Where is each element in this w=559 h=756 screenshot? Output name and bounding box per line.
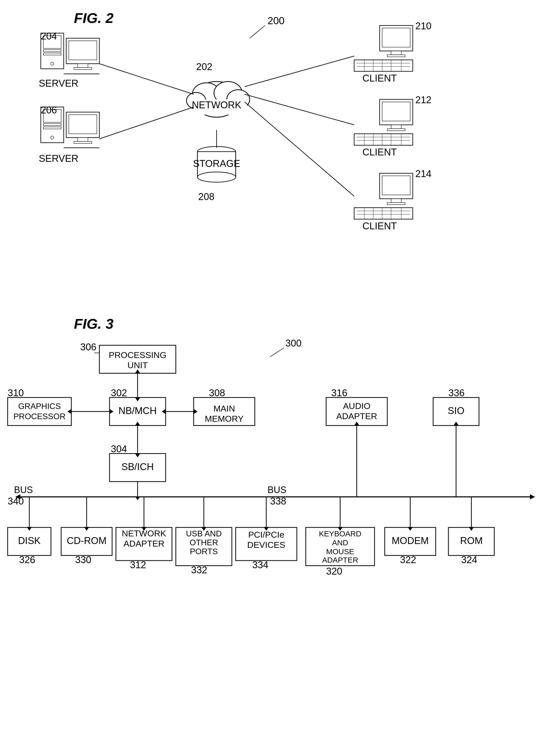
- svg-text:NB/MCH: NB/MCH: [118, 405, 157, 416]
- svg-text:PCI/PCIe: PCI/PCIe: [248, 530, 284, 539]
- svg-text:330: 330: [75, 554, 91, 565]
- svg-text:332: 332: [191, 565, 207, 575]
- svg-rect-76: [382, 176, 410, 195]
- svg-rect-47: [391, 51, 401, 55]
- svg-text:BUS: BUS: [14, 485, 33, 495]
- svg-text:214: 214: [415, 169, 431, 179]
- svg-text:CLIENT: CLIENT: [362, 147, 397, 157]
- svg-text:CLIENT: CLIENT: [362, 73, 397, 84]
- svg-text:AND: AND: [332, 538, 348, 547]
- svg-text:MEMORY: MEMORY: [205, 414, 244, 423]
- svg-text:316: 316: [331, 387, 347, 398]
- svg-rect-63: [387, 129, 405, 131]
- svg-text:NETWORK: NETWORK: [192, 99, 241, 110]
- svg-text:302: 302: [111, 387, 127, 398]
- svg-text:312: 312: [130, 559, 146, 570]
- svg-text:FIG. 2: FIG. 2: [74, 10, 114, 26]
- svg-text:304: 304: [111, 444, 127, 454]
- svg-rect-18: [78, 64, 88, 68]
- svg-rect-46: [382, 28, 410, 47]
- svg-line-59: [245, 56, 354, 87]
- svg-text:334: 334: [252, 559, 268, 570]
- svg-marker-126: [530, 494, 535, 499]
- svg-line-89: [245, 102, 354, 196]
- svg-text:ADAPTER: ADAPTER: [336, 411, 377, 421]
- svg-text:DEVICES: DEVICES: [247, 540, 285, 550]
- svg-text:320: 320: [326, 566, 342, 577]
- svg-text:340: 340: [8, 496, 24, 507]
- svg-marker-132: [135, 496, 140, 500]
- svg-line-2: [250, 25, 265, 38]
- svg-text:MODEM: MODEM: [392, 535, 429, 546]
- svg-text:336: 336: [448, 387, 465, 398]
- svg-text:310: 310: [8, 387, 24, 398]
- svg-rect-61: [382, 102, 410, 121]
- svg-rect-77: [391, 199, 401, 203]
- svg-text:SERVER: SERVER: [39, 78, 79, 89]
- svg-text:STORAGE: STORAGE: [193, 158, 240, 169]
- svg-text:BUS: BUS: [268, 485, 286, 495]
- svg-rect-32: [74, 141, 92, 143]
- svg-text:GRAPHICS: GRAPHICS: [18, 402, 61, 411]
- svg-text:202: 202: [196, 61, 212, 72]
- svg-text:324: 324: [461, 554, 477, 565]
- svg-rect-17: [69, 41, 97, 60]
- svg-text:UNIT: UNIT: [127, 360, 148, 370]
- svg-rect-49: [354, 60, 413, 71]
- svg-text:204: 204: [41, 31, 57, 42]
- svg-text:CD-ROM: CD-ROM: [67, 535, 107, 546]
- svg-text:206: 206: [41, 105, 57, 115]
- svg-rect-79: [354, 208, 413, 219]
- svg-rect-19: [74, 68, 92, 70]
- svg-text:306: 306: [80, 342, 96, 352]
- svg-text:SERVER: SERVER: [39, 153, 79, 164]
- svg-line-74: [245, 94, 354, 125]
- svg-text:MOUSE: MOUSE: [326, 547, 354, 556]
- svg-rect-31: [78, 138, 88, 141]
- svg-text:ADAPTER: ADAPTER: [124, 539, 164, 548]
- svg-point-39: [198, 172, 236, 182]
- svg-rect-48: [387, 55, 405, 57]
- svg-text:338: 338: [270, 496, 286, 507]
- svg-line-36: [99, 107, 194, 139]
- fig3-diagram: FIG. 3 300 PROCESSING UNIT 306 NB/MCH 30…: [0, 306, 559, 752]
- svg-text:200: 200: [268, 15, 285, 26]
- svg-rect-30: [69, 115, 97, 134]
- svg-rect-62: [391, 125, 401, 129]
- svg-rect-64: [354, 134, 413, 145]
- svg-text:300: 300: [285, 338, 301, 349]
- svg-rect-78: [387, 203, 405, 205]
- svg-text:SIO: SIO: [448, 405, 464, 416]
- svg-line-23: [99, 64, 194, 94]
- svg-text:CLIENT: CLIENT: [362, 221, 397, 231]
- svg-text:ADAPTER: ADAPTER: [322, 556, 358, 564]
- svg-text:PROCESSING: PROCESSING: [109, 350, 166, 360]
- svg-text:AUDIO: AUDIO: [343, 401, 371, 411]
- svg-text:326: 326: [19, 554, 35, 565]
- svg-text:308: 308: [209, 387, 225, 398]
- svg-text:DISK: DISK: [18, 535, 41, 546]
- svg-text:OTHER: OTHER: [189, 538, 218, 547]
- svg-text:MAIN: MAIN: [214, 404, 235, 413]
- svg-text:SB/ICH: SB/ICH: [121, 462, 154, 472]
- svg-text:PROCESSOR: PROCESSOR: [14, 412, 66, 421]
- svg-text:322: 322: [400, 554, 416, 565]
- svg-text:PORTS: PORTS: [190, 547, 218, 556]
- svg-text:ROM: ROM: [460, 535, 483, 546]
- svg-text:212: 212: [415, 94, 431, 105]
- svg-text:208: 208: [198, 191, 214, 202]
- svg-line-92: [270, 348, 284, 357]
- svg-text:FIG. 3: FIG. 3: [74, 316, 114, 332]
- fig2-diagram: FIG. 2 200 NETWORK 202 SERVER 204: [0, 0, 559, 306]
- svg-text:210: 210: [415, 21, 431, 31]
